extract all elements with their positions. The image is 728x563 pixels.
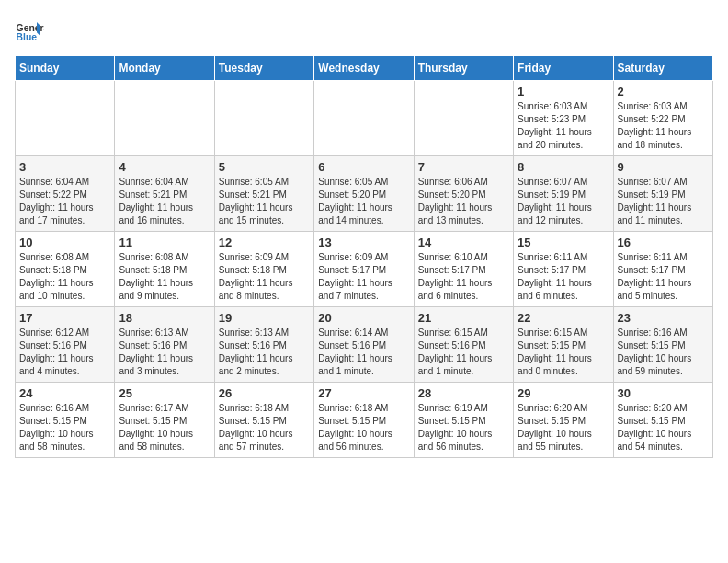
svg-text:General: General <box>17 23 44 33</box>
calendar-cell: 9Sunrise: 6:07 AM Sunset: 5:19 PM Daylig… <box>613 156 712 232</box>
calendar-cell: 22Sunrise: 6:15 AM Sunset: 5:15 PM Dayli… <box>514 307 613 383</box>
calendar-cell: 26Sunrise: 6:18 AM Sunset: 5:15 PM Dayli… <box>214 383 313 458</box>
day-info: Sunrise: 6:13 AM Sunset: 5:16 PM Dayligh… <box>119 327 210 378</box>
day-info: Sunrise: 6:12 AM Sunset: 5:16 PM Dayligh… <box>19 327 110 378</box>
day-number: 5 <box>219 160 310 174</box>
calendar-cell <box>115 81 214 156</box>
day-number: 9 <box>618 160 709 174</box>
day-info: Sunrise: 6:20 AM Sunset: 5:15 PM Dayligh… <box>618 402 709 454</box>
calendar-cell: 18Sunrise: 6:13 AM Sunset: 5:16 PM Dayli… <box>115 307 214 383</box>
day-info: Sunrise: 6:10 AM Sunset: 5:17 PM Dayligh… <box>418 251 509 303</box>
day-number: 15 <box>518 236 609 249</box>
day-info: Sunrise: 6:16 AM Sunset: 5:15 PM Dayligh… <box>19 402 110 454</box>
svg-text:Blue: Blue <box>17 32 38 42</box>
day-info: Sunrise: 6:15 AM Sunset: 5:16 PM Dayligh… <box>418 327 509 378</box>
logo: General Blue <box>15 15 44 44</box>
day-info: Sunrise: 6:07 AM Sunset: 5:19 PM Dayligh… <box>518 176 609 227</box>
day-info: Sunrise: 6:14 AM Sunset: 5:16 PM Dayligh… <box>318 327 409 378</box>
day-info: Sunrise: 6:05 AM Sunset: 5:20 PM Dayligh… <box>318 176 409 227</box>
day-number: 16 <box>618 236 709 249</box>
day-info: Sunrise: 6:03 AM Sunset: 5:23 PM Dayligh… <box>518 100 609 152</box>
day-number: 21 <box>418 311 509 325</box>
day-number: 2 <box>618 85 709 98</box>
day-header-wednesday: Wednesday <box>314 56 414 81</box>
day-info: Sunrise: 6:13 AM Sunset: 5:16 PM Dayligh… <box>219 327 310 378</box>
day-header-sunday: Sunday <box>16 56 115 81</box>
calendar-week-5: 24Sunrise: 6:16 AM Sunset: 5:15 PM Dayli… <box>16 383 713 458</box>
calendar-week-1: 1Sunrise: 6:03 AM Sunset: 5:23 PM Daylig… <box>16 81 713 156</box>
day-number: 13 <box>318 236 409 249</box>
calendar-table: SundayMondayTuesdayWednesdayThursdayFrid… <box>15 55 713 458</box>
page-header: General Blue <box>15 15 713 44</box>
logo-icon: General Blue <box>15 15 44 44</box>
day-number: 6 <box>318 160 409 174</box>
calendar-cell: 5Sunrise: 6:05 AM Sunset: 5:21 PM Daylig… <box>214 156 313 232</box>
day-info: Sunrise: 6:06 AM Sunset: 5:20 PM Dayligh… <box>418 176 509 227</box>
day-info: Sunrise: 6:09 AM Sunset: 5:18 PM Dayligh… <box>219 251 310 303</box>
day-number: 28 <box>418 386 509 400</box>
calendar-cell <box>16 81 115 156</box>
calendar-cell: 23Sunrise: 6:16 AM Sunset: 5:15 PM Dayli… <box>613 307 712 383</box>
calendar-cell: 14Sunrise: 6:10 AM Sunset: 5:17 PM Dayli… <box>414 232 513 307</box>
day-number: 1 <box>518 85 609 98</box>
day-number: 29 <box>518 386 609 400</box>
calendar-cell: 8Sunrise: 6:07 AM Sunset: 5:19 PM Daylig… <box>514 156 613 232</box>
day-header-tuesday: Tuesday <box>214 56 313 81</box>
day-number: 22 <box>518 311 609 325</box>
calendar-week-4: 17Sunrise: 6:12 AM Sunset: 5:16 PM Dayli… <box>16 307 713 383</box>
calendar-cell: 11Sunrise: 6:08 AM Sunset: 5:18 PM Dayli… <box>115 232 214 307</box>
day-info: Sunrise: 6:15 AM Sunset: 5:15 PM Dayligh… <box>518 327 609 378</box>
day-info: Sunrise: 6:19 AM Sunset: 5:15 PM Dayligh… <box>418 402 509 454</box>
calendar-cell: 20Sunrise: 6:14 AM Sunset: 5:16 PM Dayli… <box>314 307 414 383</box>
day-header-friday: Friday <box>514 56 613 81</box>
day-info: Sunrise: 6:16 AM Sunset: 5:15 PM Dayligh… <box>618 327 709 378</box>
day-info: Sunrise: 6:03 AM Sunset: 5:22 PM Dayligh… <box>618 100 709 152</box>
day-info: Sunrise: 6:11 AM Sunset: 5:17 PM Dayligh… <box>518 251 609 303</box>
day-number: 11 <box>119 236 210 249</box>
day-number: 4 <box>119 160 210 174</box>
day-number: 27 <box>318 386 409 400</box>
calendar-cell: 25Sunrise: 6:17 AM Sunset: 5:15 PM Dayli… <box>115 383 214 458</box>
day-info: Sunrise: 6:04 AM Sunset: 5:21 PM Dayligh… <box>119 176 210 227</box>
calendar-header-row: SundayMondayTuesdayWednesdayThursdayFrid… <box>16 56 713 81</box>
day-number: 10 <box>19 236 110 249</box>
day-info: Sunrise: 6:20 AM Sunset: 5:15 PM Dayligh… <box>518 402 609 454</box>
day-header-monday: Monday <box>115 56 214 81</box>
calendar-cell <box>314 81 414 156</box>
calendar-cell: 17Sunrise: 6:12 AM Sunset: 5:16 PM Dayli… <box>16 307 115 383</box>
day-number: 8 <box>518 160 609 174</box>
calendar-cell: 3Sunrise: 6:04 AM Sunset: 5:22 PM Daylig… <box>16 156 115 232</box>
calendar-cell: 13Sunrise: 6:09 AM Sunset: 5:17 PM Dayli… <box>314 232 414 307</box>
calendar-cell: 19Sunrise: 6:13 AM Sunset: 5:16 PM Dayli… <box>214 307 313 383</box>
calendar-cell: 15Sunrise: 6:11 AM Sunset: 5:17 PM Dayli… <box>514 232 613 307</box>
calendar-cell: 2Sunrise: 6:03 AM Sunset: 5:22 PM Daylig… <box>613 81 712 156</box>
calendar-cell: 10Sunrise: 6:08 AM Sunset: 5:18 PM Dayli… <box>16 232 115 307</box>
day-number: 30 <box>618 386 709 400</box>
calendar-cell: 12Sunrise: 6:09 AM Sunset: 5:18 PM Dayli… <box>214 232 313 307</box>
calendar-cell: 27Sunrise: 6:18 AM Sunset: 5:15 PM Dayli… <box>314 383 414 458</box>
calendar-cell: 29Sunrise: 6:20 AM Sunset: 5:15 PM Dayli… <box>514 383 613 458</box>
day-header-saturday: Saturday <box>613 56 712 81</box>
day-number: 26 <box>219 386 310 400</box>
day-info: Sunrise: 6:08 AM Sunset: 5:18 PM Dayligh… <box>119 251 210 303</box>
day-info: Sunrise: 6:04 AM Sunset: 5:22 PM Dayligh… <box>19 176 110 227</box>
calendar-cell: 7Sunrise: 6:06 AM Sunset: 5:20 PM Daylig… <box>414 156 513 232</box>
calendar-cell: 24Sunrise: 6:16 AM Sunset: 5:15 PM Dayli… <box>16 383 115 458</box>
calendar-cell: 6Sunrise: 6:05 AM Sunset: 5:20 PM Daylig… <box>314 156 414 232</box>
day-number: 18 <box>119 311 210 325</box>
calendar-cell: 1Sunrise: 6:03 AM Sunset: 5:23 PM Daylig… <box>514 81 613 156</box>
day-number: 3 <box>19 160 110 174</box>
day-number: 19 <box>219 311 310 325</box>
day-info: Sunrise: 6:08 AM Sunset: 5:18 PM Dayligh… <box>19 251 110 303</box>
day-header-thursday: Thursday <box>414 56 513 81</box>
day-info: Sunrise: 6:18 AM Sunset: 5:15 PM Dayligh… <box>219 402 310 454</box>
calendar-cell: 28Sunrise: 6:19 AM Sunset: 5:15 PM Dayli… <box>414 383 513 458</box>
calendar-cell: 30Sunrise: 6:20 AM Sunset: 5:15 PM Dayli… <box>613 383 712 458</box>
day-number: 25 <box>119 386 210 400</box>
day-number: 23 <box>618 311 709 325</box>
day-info: Sunrise: 6:09 AM Sunset: 5:17 PM Dayligh… <box>318 251 409 303</box>
day-number: 17 <box>19 311 110 325</box>
calendar-cell: 4Sunrise: 6:04 AM Sunset: 5:21 PM Daylig… <box>115 156 214 232</box>
day-info: Sunrise: 6:07 AM Sunset: 5:19 PM Dayligh… <box>618 176 709 227</box>
day-info: Sunrise: 6:05 AM Sunset: 5:21 PM Dayligh… <box>219 176 310 227</box>
